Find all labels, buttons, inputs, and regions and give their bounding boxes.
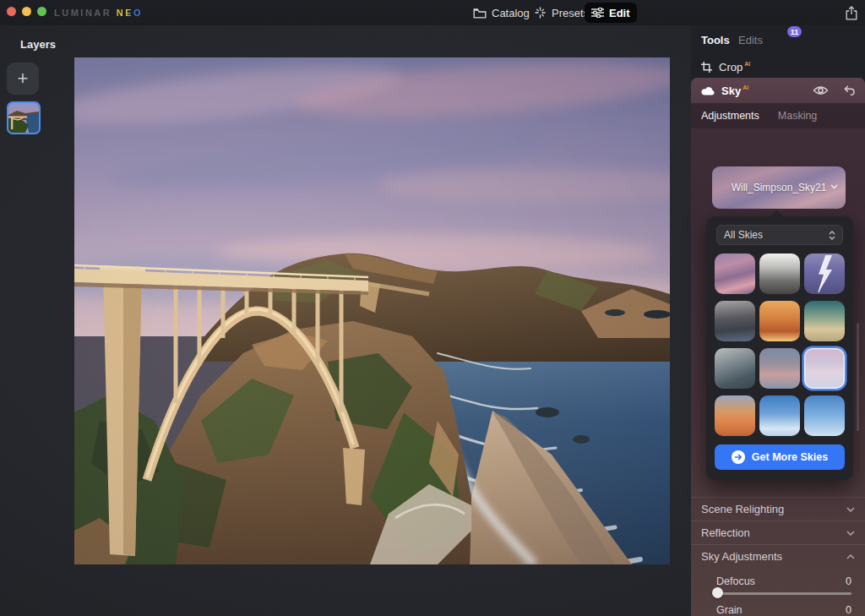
layer-thumbnail-image [8,103,39,133]
right-sidebar: Tools Edits 11 CropAI SkyAI [691,25,865,616]
sky-category-value: All Skies [724,229,763,241]
defocus-value: 0 [846,575,851,587]
scene-relighting-label: Scene Relighting [701,503,784,515]
tab-masking[interactable]: Masking [778,110,818,122]
photo-bixby-bridge [74,57,670,564]
app-logo: LUMINAR NEO [54,8,143,18]
reflection-label: Reflection [701,526,750,539]
logo-neo-text: NEO [117,8,143,18]
sky-thumbnail[interactable] [715,253,755,294]
tab-adjustments[interactable]: Adjustments [701,110,759,122]
plus-icon: + [18,69,29,88]
cloud-icon [701,86,715,95]
get-more-skies-label: Get More Skies [752,451,828,463]
section-scene-relighting[interactable]: Scene Relighting [691,498,865,521]
edit-tab-button[interactable]: Edit [585,3,637,23]
popup-notch [770,210,784,224]
lightning-icon [804,253,845,294]
crop-label: CropAI [719,61,750,74]
sky-thumbnail-grid [715,253,845,436]
defocus-slider-knob[interactable] [712,587,723,598]
section-reflection[interactable]: Reflection [691,521,865,544]
grain-label: Grain [716,604,743,616]
sky-thumbnail[interactable] [715,348,755,389]
panel-scrollbar[interactable] [857,323,859,431]
add-layer-button[interactable]: + [7,63,39,95]
sky-subtabs: Adjustments Masking [691,103,865,128]
sky-thumbnail[interactable] [759,348,800,389]
luminar-neo-window: { "brand": {"part1": "LUMINAR", "part2":… [0,0,865,616]
arrow-right-circle-icon [732,450,745,464]
sky-thumbnail[interactable] [804,301,845,341]
sky-tool-header[interactable]: SkyAI [691,78,865,103]
sky-category-select[interactable]: All Skies [716,225,843,245]
tool-crop[interactable]: CropAI [691,56,865,78]
sidebar-tabs-row: Tools Edits 11 [691,32,865,52]
folder-icon [473,8,487,19]
sky-thumbnail[interactable] [759,395,800,436]
window-titlebar: LUMINAR NEO Catalog Presets Edit [0,0,865,25]
tab-tools[interactable]: Tools [701,34,730,46]
layer-thumbnail-selected[interactable] [7,101,41,134]
layers-panel-title: Layers [20,38,56,51]
edits-count-badge: 11 [787,26,802,37]
section-sky-adjustments[interactable]: Sky Adjustments [691,545,865,568]
tab-edits[interactable]: Edits 11 [738,34,763,46]
sky-thumbnail[interactable] [804,253,845,294]
share-export-button[interactable] [841,3,862,22]
presets-sparkle-icon [534,7,547,19]
chevron-down-icon [846,507,855,512]
select-updown-icon [829,231,835,240]
edits-label: Edits [738,34,763,46]
undo-icon [844,85,855,95]
edit-label: Edit [609,7,630,19]
sliders-icon [591,8,604,18]
defocus-label: Defocus [716,575,755,587]
canvas-bottom-bar: 19% Actions [0,613,693,616]
selected-sky-name: Will_Simpson_Sky21 [732,182,827,194]
share-icon [846,6,857,20]
close-window-button[interactable] [7,7,16,16]
sky-library-popup: All Skies [706,216,853,480]
chevron-down-icon [846,531,855,536]
sky-visibility-toggle[interactable] [813,85,829,95]
defocus-slider-track[interactable] [716,592,851,595]
sky-thumbnail[interactable] [759,253,800,294]
sky-thumbnail[interactable] [804,395,845,436]
sky-thumbnail[interactable] [759,301,800,341]
sky-reset-button[interactable] [844,85,855,95]
catalog-label: Catalog [492,7,530,19]
sky-tool-title: SkyAI [721,84,748,97]
zoom-window-button[interactable] [37,7,46,16]
get-more-skies-button[interactable]: Get More Skies [715,444,845,470]
crop-icon [701,62,712,73]
minimize-window-button[interactable] [22,7,31,16]
sky-thumbnail-selected[interactable] [804,348,845,389]
catalog-button[interactable]: Catalog [466,3,536,23]
sky-adjustments-label: Sky Adjustments [701,550,782,563]
selected-sky-dropdown[interactable]: Will_Simpson_Sky21 [712,166,846,209]
sky-ai-badge: AI [743,84,748,90]
sky-thumbnail[interactable] [715,395,755,436]
grain-value: 0 [846,604,851,616]
eye-icon [813,85,829,95]
chevron-down-icon [830,184,838,189]
presets-label: Presets [552,7,589,19]
chevron-up-icon [846,554,855,559]
sky-thumbnail[interactable] [715,301,755,341]
crop-ai-badge: AI [744,61,750,67]
logo-luminar-text: LUMINAR [54,8,112,18]
photo-viewport[interactable] [74,57,670,564]
sky-tool-panel: SkyAI Adjustments Masking Will_Simpson_S… [691,78,865,616]
